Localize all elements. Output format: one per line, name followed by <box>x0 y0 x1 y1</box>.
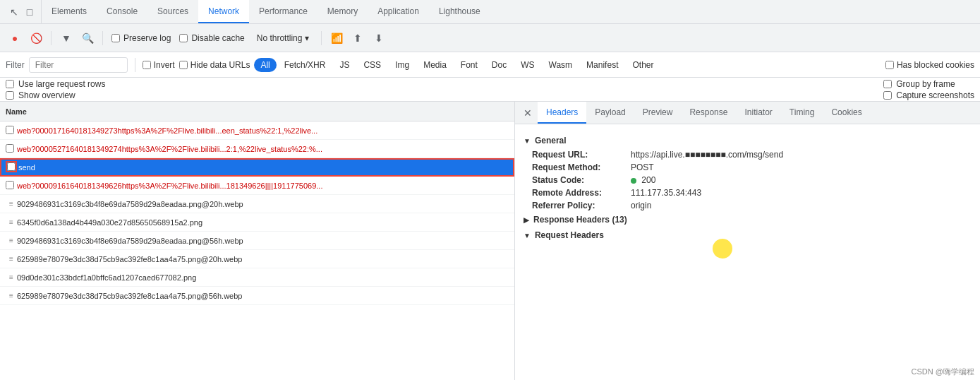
group-by-frame-checkbox[interactable]: Group by frame <box>883 79 974 89</box>
tab-preview[interactable]: Preview <box>634 102 682 124</box>
detail-tabs: ✕ Headers Payload Preview Response Initi… <box>515 102 980 124</box>
pill-doc[interactable]: Doc <box>485 58 513 72</box>
tab-memory[interactable]: Memory <box>317 0 368 23</box>
capture-screenshots-checkbox[interactable]: Capture screenshots <box>883 90 974 100</box>
block-button[interactable]: 🚫 <box>27 29 45 47</box>
tab-performance[interactable]: Performance <box>249 0 317 23</box>
show-overview-label: Show overview <box>18 90 75 100</box>
toolbar-divider-1 <box>51 31 52 45</box>
network-toolbar: ● 🚫 ▼ 🔍 Preserve log Disable cache No th… <box>0 24 980 52</box>
wifi-icon[interactable]: 📶 <box>327 29 346 47</box>
tab-lighthouse[interactable]: Lighthouse <box>429 0 490 23</box>
status-code-key: Status Code: <box>532 175 631 185</box>
capture-screenshots-label: Capture screenshots <box>896 90 974 100</box>
tab-payload[interactable]: Payload <box>586 102 634 124</box>
preserve-log-input[interactable] <box>111 34 120 42</box>
filter-input[interactable] <box>29 57 128 73</box>
list-item[interactable]: ≡ 6345f0d6a138ad4b449a030e27d85650568915… <box>0 213 514 232</box>
show-overview-input[interactable] <box>6 91 14 100</box>
response-headers-section[interactable]: ▶ Response Headers (13) <box>524 215 972 225</box>
request-method-row: Request Method: POST <box>524 162 972 172</box>
item-name-2: web?000052716​40181349274https%3A%2F%2Fl… <box>17 145 509 153</box>
capture-screenshots-input[interactable] <box>883 91 892 100</box>
tab-application[interactable]: Application <box>368 0 429 23</box>
item-checkbox-4 <box>6 181 17 191</box>
request-headers-section[interactable]: ▼ Request Headers <box>524 230 972 240</box>
item-checkbox-3 <box>7 162 18 172</box>
throttling-select[interactable]: No throttling ▾ <box>250 30 316 46</box>
pill-other[interactable]: Other <box>626 58 660 72</box>
upload-icon[interactable]: ⬆ <box>349 29 367 47</box>
disable-cache-checkbox[interactable]: Disable cache <box>176 33 247 43</box>
remote-address-row: Remote Address: 111.177.35.34:443 <box>524 188 972 198</box>
show-overview-checkbox[interactable]: Show overview <box>6 90 105 100</box>
list-item[interactable]: web?000091616​40181349626https%3A%2F%2Fl… <box>0 177 514 195</box>
group-by-frame-input[interactable] <box>883 80 892 88</box>
invert-input[interactable] <box>143 61 151 69</box>
pill-media[interactable]: Media <box>417 58 453 72</box>
use-large-input[interactable] <box>6 80 14 88</box>
has-blocked-cookies-checkbox[interactable]: Has blocked cookies <box>885 60 974 70</box>
options-left: Use large request rows Show overview <box>6 79 105 100</box>
pill-img[interactable]: Img <box>389 58 416 72</box>
list-item[interactable]: ≡ 9029486931c3169c3b4f8e69da7589d29a8ead… <box>0 232 514 250</box>
request-url-key: Request URL: <box>532 150 631 160</box>
pill-font[interactable]: Font <box>454 58 484 72</box>
remote-address-key: Remote Address: <box>532 188 631 198</box>
list-item[interactable]: ≡ 09d0de301c33bdcf1a0bffc6ad1207caed6770… <box>0 268 514 287</box>
tab-console[interactable]: Console <box>97 0 147 23</box>
hide-data-urls-checkbox[interactable]: Hide data URLs <box>179 60 250 70</box>
general-section-title: General <box>535 136 567 146</box>
filter-bar: Filter Invert Hide data URLs All Fetch/X… <box>0 52 980 78</box>
tab-bar: ↖ □ Elements Console Sources Network Per… <box>0 0 980 24</box>
invert-checkbox[interactable]: Invert <box>143 60 175 70</box>
item-name-8: 625989e78079e3dc38d75cb9ac392fe8c1aa4a75… <box>17 255 509 263</box>
tab-cookies[interactable]: Cookies <box>823 102 870 124</box>
tab-headers[interactable]: Headers <box>538 102 586 124</box>
tab-response[interactable]: Response <box>681 102 736 124</box>
devtools-icons: ↖ □ <box>3 0 42 23</box>
tab-timing[interactable]: Timing <box>781 102 823 124</box>
preserve-log-checkbox[interactable]: Preserve log <box>109 33 174 43</box>
search-button[interactable]: 🔍 <box>78 29 97 47</box>
disable-cache-input[interactable] <box>179 34 188 42</box>
device-icon[interactable]: □ <box>23 5 37 19</box>
toolbar-divider-3 <box>321 31 322 45</box>
tab-initiator[interactable]: Initiator <box>736 102 780 124</box>
status-code-row: Status Code: 200 <box>524 175 972 185</box>
tab-network[interactable]: Network <box>198 0 249 23</box>
hide-data-urls-input[interactable] <box>179 61 188 69</box>
list-item[interactable]: ≡ 625989e78079e3dc38d75cb9ac392fe8c1aa4a… <box>0 250 514 268</box>
pill-manifest[interactable]: Manifest <box>580 58 624 72</box>
has-blocked-cookies-input[interactable] <box>885 61 894 69</box>
item-name-5: 9029486931c3169c3b4f8e69da7589d29a8eadaa… <box>17 200 509 208</box>
filter-label: Filter <box>6 60 25 70</box>
list-item-send[interactable]: send <box>0 158 514 177</box>
disable-cache-label: Disable cache <box>191 33 244 43</box>
request-headers-title: Request Headers <box>535 230 604 240</box>
pill-wasm[interactable]: Wasm <box>543 58 579 72</box>
list-item[interactable]: web?000052716​40181349274https%3A%2F%2Fl… <box>0 140 514 158</box>
pill-js[interactable]: JS <box>333 58 356 72</box>
general-section-header[interactable]: ▼ General <box>524 136 972 146</box>
pill-css[interactable]: CSS <box>357 58 387 72</box>
close-panel-button[interactable]: ✕ <box>518 103 538 123</box>
use-large-checkbox[interactable]: Use large request rows <box>6 79 105 89</box>
detail-content: ▼ General Request URL: https://api.live.… <box>515 124 980 250</box>
pill-fetch-xhr[interactable]: Fetch/XHR <box>278 58 332 72</box>
download-icon[interactable]: ⬇ <box>370 29 388 47</box>
tab-elements[interactable]: Elements <box>42 0 97 23</box>
pill-ws[interactable]: WS <box>514 58 540 72</box>
list-item[interactable]: web?000017164018134927​3https%3A%2F%2Fli… <box>0 121 514 140</box>
cursor-icon[interactable]: ↖ <box>7 5 21 19</box>
record-button[interactable]: ● <box>6 29 24 47</box>
list-item[interactable]: ≡ 9029486931c3169c3b4f8e69da7589d29a8ead… <box>0 195 514 213</box>
item-icon-6: ≡ <box>6 218 17 226</box>
toolbar-divider-2 <box>102 31 103 45</box>
tab-sources[interactable]: Sources <box>147 0 198 23</box>
pill-all[interactable]: All <box>254 58 276 72</box>
item-icon-9: ≡ <box>6 273 17 281</box>
filter-button[interactable]: ▼ <box>57 29 75 47</box>
list-item[interactable]: ≡ 625989e78079e3dc38d75cb9ac392fe8c1aa4a… <box>0 287 514 305</box>
request-method-key: Request Method: <box>532 162 631 172</box>
